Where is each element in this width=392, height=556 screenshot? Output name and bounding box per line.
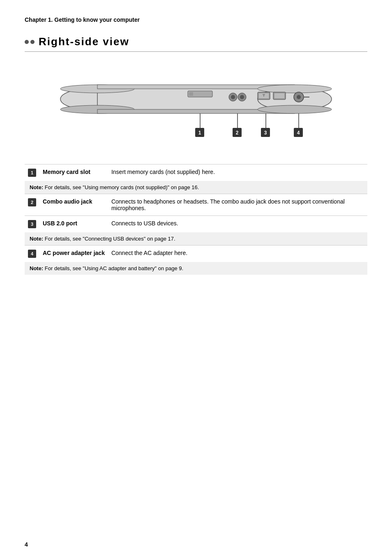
svg-point-8 xyxy=(258,105,332,114)
svg-text:1: 1 xyxy=(198,130,201,136)
svg-text:2: 2 xyxy=(236,130,239,136)
item-name-4: AC power adapter jack xyxy=(43,250,105,256)
table-row: 2 Combo audio jack Connects to headphone… xyxy=(25,194,367,216)
item-number-3: 3 xyxy=(28,220,36,228)
item-number-1: 1 xyxy=(28,169,36,177)
item-desc-2: Connects to headphones or headsets. The … xyxy=(108,194,367,216)
svg-text:4: 4 xyxy=(297,130,300,136)
note-row-3: Note: For details, see "Connecting USB d… xyxy=(25,232,367,246)
dot-2 xyxy=(30,40,35,44)
svg-rect-20 xyxy=(274,93,284,98)
item-desc-4: Connect the AC adapter here. xyxy=(108,246,367,262)
note-row-1: Note: For details, see "Using memory car… xyxy=(25,181,367,194)
item-number-4: 4 xyxy=(28,250,36,258)
item-name-2: Combo audio jack xyxy=(43,198,92,205)
table-row: 1 Memory card slot Insert memory cards (… xyxy=(25,164,367,181)
note-text-4: Note: For details, see "Using AC adapter… xyxy=(30,265,183,271)
table-row: 3 USB 2.0 port Connects to USB devices. xyxy=(25,216,367,233)
chapter-title: Chapter 1. Getting to know your computer xyxy=(25,16,367,23)
svg-point-5 xyxy=(258,85,332,93)
svg-rect-10 xyxy=(189,92,193,96)
badge-cell-2: 2 xyxy=(25,194,39,216)
note-text-1: Note: For details, see "Using memory car… xyxy=(30,184,199,190)
item-name-1: Memory card slot xyxy=(43,169,90,175)
svg-point-12 xyxy=(231,95,235,99)
badge-cell-4: 4 xyxy=(25,246,39,262)
item-desc-3: Connects to USB devices. xyxy=(108,216,367,233)
note-cell-4: Note: For details, see "Using AC adapter… xyxy=(25,262,367,275)
item-desc-1: Insert memory cards (not supplied) here. xyxy=(108,164,367,181)
section-header: Right-side view xyxy=(25,35,367,52)
svg-point-22 xyxy=(297,95,301,99)
item-name-cell-1: Memory card slot xyxy=(39,164,108,181)
item-name-cell-2: Combo audio jack xyxy=(39,194,108,216)
page-number: 4 xyxy=(25,541,28,548)
diagram-container: 1 2 3 4 xyxy=(56,60,336,152)
item-number-2: 2 xyxy=(28,198,36,206)
table-row: 4 AC power adapter jack Connect the AC a… xyxy=(25,246,367,262)
section-dots xyxy=(25,40,35,44)
note-cell-1: Note: For details, see "Using memory car… xyxy=(25,181,367,194)
item-name-cell-3: USB 2.0 port xyxy=(39,216,108,233)
dot-1 xyxy=(25,40,29,44)
note-text-3: Note: For details, see "Connecting USB d… xyxy=(30,236,175,242)
badge-cell-3: 3 xyxy=(25,216,39,233)
note-cell-3: Note: For details, see "Connecting USB d… xyxy=(25,232,367,246)
note-row-4: Note: For details, see "Using AC adapter… xyxy=(25,262,367,275)
section-title: Right-side view xyxy=(39,35,129,48)
items-table: 1 Memory card slot Insert memory cards (… xyxy=(25,164,367,275)
svg-text:3: 3 xyxy=(264,130,267,136)
item-name-3: USB 2.0 port xyxy=(43,220,77,227)
svg-point-14 xyxy=(240,95,244,99)
laptop-diagram: 1 2 3 4 xyxy=(56,60,336,151)
badge-cell-1: 1 xyxy=(25,164,39,181)
item-name-cell-4: AC power adapter jack xyxy=(39,246,108,262)
